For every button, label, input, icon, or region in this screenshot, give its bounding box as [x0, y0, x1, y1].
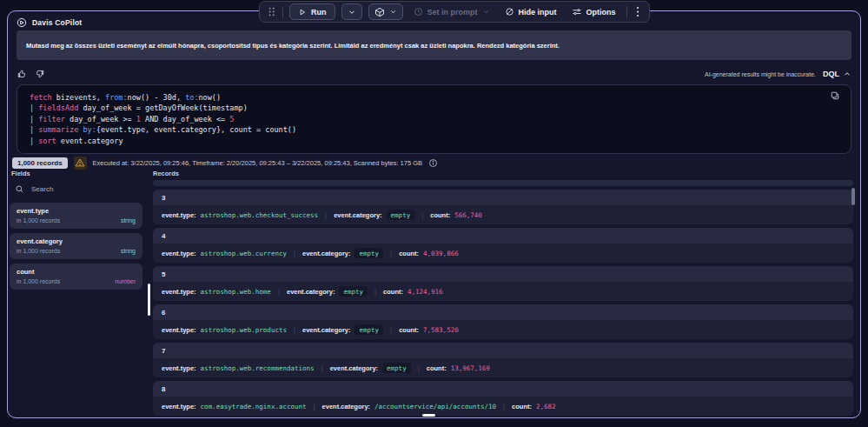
thumbs-up-button[interactable] — [17, 69, 27, 79]
prompt-text: Mutasd meg az összes üzleti eseményt az … — [26, 42, 560, 50]
field-card[interactable]: countin 1,000 recordsnumber — [10, 264, 142, 290]
record-index: 8 — [153, 381, 853, 397]
event-category-value: empty — [387, 210, 415, 220]
clock-icon — [414, 7, 423, 17]
visualization-dropdown[interactable] — [368, 3, 403, 20]
code-line: fetch bizevents, from:now() - 30d, to:no… — [30, 92, 847, 103]
warning-icon — [74, 157, 87, 170]
code-token: | — [30, 103, 38, 112]
floating-toolbar: Run Set in prompt — [259, 1, 650, 23]
field-type: string — [121, 248, 136, 254]
event-category-label: event.category: — [334, 211, 381, 219]
code-token: {event.type, event.category}, count = co… — [96, 125, 296, 134]
davis-copilot-icon — [17, 17, 27, 28]
field-sub: in 1,000 recordsstring — [17, 248, 136, 254]
chevron-down-icon — [482, 8, 490, 16]
thumbs-down-button[interactable] — [35, 69, 45, 79]
separator: | — [390, 250, 392, 257]
search-placeholder: Search — [31, 185, 53, 193]
field-type: string — [121, 217, 136, 224]
event-type-label: event.type: — [162, 326, 196, 334]
record-card[interactable]: 6event.type:astroshop.web.products|event… — [153, 304, 853, 339]
record-body: event.type:astroshop.web.home|event.cate… — [153, 282, 853, 301]
field-sub: in 1,000 recordsstring — [17, 217, 136, 224]
separator: | — [294, 250, 295, 257]
record-body: event.type:astroshop.web.checkout_succes… — [153, 205, 853, 224]
count-label: count: — [427, 364, 447, 372]
code-token: summarize — [38, 125, 78, 134]
panel-header: Davis CoPilot — [17, 17, 82, 28]
code-token: event.category — [56, 137, 123, 145]
field-card[interactable]: event.categoryin 1,000 recordsstring — [10, 233, 142, 259]
code-token: 5 — [229, 115, 234, 123]
record-card[interactable]: 7event.type:astroshop.web.recommendation… — [153, 343, 853, 377]
search-icon — [15, 184, 24, 194]
count-label: count: — [399, 250, 419, 257]
record-index: 4 — [153, 228, 853, 244]
record-index: 5 — [153, 266, 853, 282]
more-options-button[interactable] — [633, 4, 642, 19]
chevron-up-icon — [843, 70, 851, 78]
field-occurrence: in 1,000 records — [17, 248, 60, 254]
code-token: day_of_week = getDayOfWeek(timestamp) — [78, 103, 247, 112]
event-type-label: event.type: — [162, 211, 196, 219]
record-card[interactable]: 8event.type:com.easytrade.nginx.account|… — [153, 381, 853, 416]
record-card[interactable]: 4event.type:astroshop.web.currency|event… — [153, 228, 853, 263]
code-line: | sort event.category — [30, 136, 847, 146]
count-value: 566,740 — [454, 211, 482, 219]
cube-icon — [374, 7, 385, 17]
options-button[interactable]: Options — [567, 4, 620, 20]
count-label: count: — [383, 288, 403, 296]
count-value: 13,967,169 — [451, 364, 490, 372]
code-token: bizevents, — [52, 93, 105, 102]
count-value: 4,039,866 — [423, 250, 459, 257]
prompt-input[interactable]: Mutasd meg az összes üzleti eseményt az … — [17, 30, 851, 60]
event-type-label: event.type: — [162, 364, 196, 372]
code-token: AND day_of_week <= — [141, 115, 229, 123]
dql-query-block[interactable]: fetch bizevents, from:now() - 30d, to:no… — [17, 84, 851, 154]
field-name: count — [17, 268, 136, 276]
records-horizontal-scrollbar[interactable] — [422, 414, 435, 417]
set-in-prompt-button[interactable]: Set in prompt — [409, 4, 494, 19]
separator: | — [421, 211, 423, 219]
info-icon[interactable] — [428, 158, 438, 168]
event-category-label: event.category: — [302, 326, 350, 334]
kebab-menu-icon — [636, 6, 639, 17]
separator: | — [503, 403, 505, 410]
eye-off-icon — [505, 7, 514, 17]
record-index: 3 — [153, 190, 853, 205]
copy-icon — [830, 90, 840, 101]
panel-title: Davis CoPilot — [32, 18, 82, 27]
fields-search-input[interactable]: Search — [15, 183, 145, 196]
records-vertical-scrollbar[interactable] — [851, 188, 855, 205]
chevron-down-icon — [348, 8, 356, 17]
record-card[interactable]: 5event.type:astroshop.web.home|event.cat… — [153, 266, 853, 301]
run-button[interactable]: Run — [289, 3, 335, 20]
code-token: | — [30, 125, 38, 134]
record-index: 7 — [153, 343, 853, 358]
event-type-value: com.easytrade.nginx.account — [201, 403, 307, 410]
record-index: 6 — [153, 304, 853, 320]
field-occurrence: in 1,000 records — [17, 278, 60, 284]
dql-collapse-toggle[interactable]: DQL — [823, 70, 851, 78]
copy-query-button[interactable] — [830, 90, 840, 101]
record-card[interactable]: 3event.type:astroshop.web.checkout_succe… — [153, 190, 853, 224]
field-name: event.category — [17, 237, 136, 245]
sliders-icon — [572, 7, 582, 17]
davis-copilot-screen: Davis CoPilot Mutasd meg az összes üzlet… — [0, 0, 868, 427]
code-token: | — [30, 137, 38, 145]
separator: | — [321, 364, 323, 372]
run-options-dropdown[interactable] — [341, 3, 362, 20]
hide-input-button[interactable]: Hide input — [500, 4, 561, 19]
toolbar-divider — [626, 6, 627, 18]
code-token: now() — [199, 93, 222, 102]
field-card[interactable]: event.typein 1,000 recordsstring — [10, 203, 142, 229]
count-label: count: — [430, 211, 450, 219]
event-category-value: empty — [339, 286, 368, 297]
drag-handle-icon[interactable] — [267, 6, 276, 17]
event-category-label: event.category: — [330, 364, 378, 372]
count-label: count: — [399, 326, 419, 334]
records-left-scroll-indicator[interactable] — [148, 284, 150, 316]
copilot-panel: Davis CoPilot Mutasd meg az összes üzlet… — [7, 10, 861, 418]
ai-disclaimer: AI-generated results might be inaccurate… — [705, 71, 816, 77]
